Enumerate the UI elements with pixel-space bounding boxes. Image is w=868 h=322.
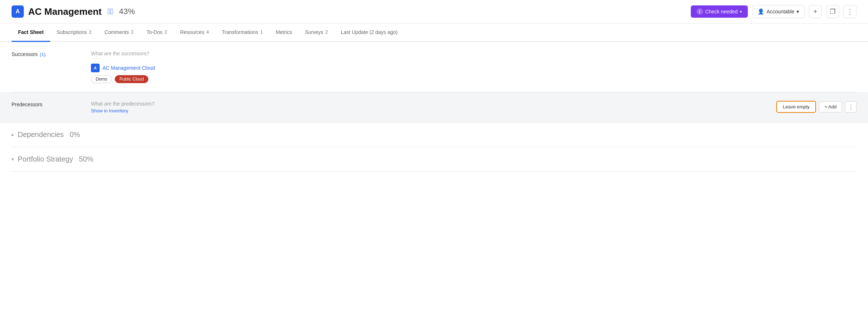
tab-fact-sheet[interactable]: Fact Sheet [12,23,50,42]
tab-subscriptions[interactable]: Subscriptions 2 [50,23,98,42]
predecessors-actions: Leave empty + Add ⋮ [776,101,856,113]
show-in-inventory-link[interactable]: Show in Inventory [91,108,776,113]
tab-last-update[interactable]: Last Update (2 days ago) [334,23,404,42]
copy-button[interactable]: ❐ [826,5,839,18]
page-title: AC Management [28,6,102,17]
tab-resources[interactable]: Resources 4 [174,23,215,42]
main-content: Successors (1) What are the successors? … [0,42,868,172]
tab-todos[interactable]: To-Dos 2 [140,23,174,42]
tab-transformations[interactable]: Transformations 1 [215,23,269,42]
info-icon: i [697,8,703,15]
person-icon: 👤 [758,8,764,15]
successors-label: Successors (1) [12,51,91,57]
predecessors-placeholder: What are the predecessors? [91,101,776,107]
predecessors-more-button[interactable]: ⋮ [845,101,856,113]
successor-name-link[interactable]: A AC Management Cloud [91,64,155,72]
dependencies-label[interactable]: Dependencies [18,130,64,139]
chevron-down-icon: ▾ [797,9,799,14]
completion-percent: 43% [119,7,135,16]
more-options-button[interactable]: ⋮ [843,5,856,18]
portfolio-strategy-section: ▾ Portfolio Strategy 50% [12,147,856,172]
predecessors-section: Predecessors What are the predecessors? … [0,92,868,123]
expand-icon[interactable]: ▸ [12,132,14,137]
app-logo: A [12,5,24,18]
tag-demo[interactable]: Demo [91,75,112,83]
chevron-down-icon: ▾ [740,9,742,14]
predecessors-body: What are the predecessors? Show in Inven… [91,101,776,113]
tab-comments[interactable]: Comments 2 [98,23,140,42]
add-predecessor-button[interactable]: + Add [819,101,842,112]
successors-placeholder: What are the successors? [91,51,856,56]
accountable-button[interactable]: 👤 Accountable ▾ [752,5,804,18]
portfolio-strategy-percent: 50% [79,155,93,163]
dependencies-section: ▸ Dependencies 0% [12,123,856,147]
verified-icon: ✓⃝ [108,7,113,16]
header: A AC Management ✓⃝ 43% i Check needed ▾ … [0,0,868,23]
portfolio-strategy-label[interactable]: Portfolio Strategy [18,155,73,163]
successor-avatar: A [91,64,100,72]
collapse-icon[interactable]: ▾ [12,156,14,162]
successor-tags: Demo Public Cloud [91,75,155,83]
successors-section: Successors (1) What are the successors? … [12,42,856,92]
tab-metrics[interactable]: Metrics [269,23,298,42]
add-button[interactable]: + [809,5,822,18]
dependencies-percent: 0% [70,130,80,139]
predecessors-label: Predecessors [12,101,91,107]
successor-card: A AC Management Cloud Demo Public Cloud [91,64,155,83]
check-needed-button[interactable]: i Check needed ▾ [691,5,748,18]
successors-body: What are the successors? A AC Management… [91,51,856,83]
leave-empty-button[interactable]: Leave empty [776,101,816,113]
tag-public-cloud[interactable]: Public Cloud [115,75,148,83]
tab-surveys[interactable]: Surveys 2 [298,23,334,42]
nav-tabs: Fact Sheet Subscriptions 2 Comments 2 To… [0,23,868,42]
